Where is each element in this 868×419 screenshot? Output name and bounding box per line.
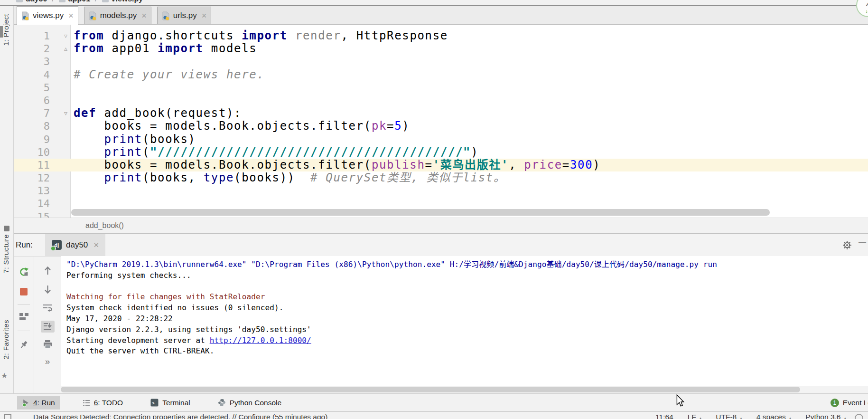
code-line: 7▿def add_book(request):	[14, 107, 868, 120]
code-editor[interactable]: 1▿from django.shortcuts import render, H…	[14, 25, 868, 218]
breadcrumb: day50/app01/views.py	[16, 0, 143, 5]
code-line: 8 books = models.Book.objects.filter(pk=…	[14, 120, 868, 133]
editor-horizontal-scrollbar[interactable]	[71, 209, 770, 216]
restore-layout-icon[interactable]	[19, 313, 28, 322]
console-line: May 17, 2020 - 22:28:22	[66, 314, 868, 324]
code-line: 9 print(books)	[14, 133, 868, 146]
console-line: Performing system checks...	[66, 270, 868, 281]
close-icon[interactable]: ×	[141, 11, 147, 20]
divider	[18, 304, 30, 305]
line-number: 5	[14, 81, 50, 94]
close-icon[interactable]: ×	[68, 11, 74, 20]
code-lines: 1▿from django.shortcuts import render, H…	[14, 25, 868, 218]
stop-icon[interactable]	[20, 288, 28, 295]
run-panel-header: Run: dj day50 × —	[14, 234, 868, 257]
toolwindow-button-todo[interactable]: 6: TODO	[78, 396, 128, 409]
python-file-icon	[21, 11, 29, 20]
console-line: "D:\PyCharm 2019.1.3\bin\runnerw64.exe" …	[66, 259, 868, 270]
code-line: 6	[14, 94, 868, 107]
line-number: 10	[14, 146, 50, 159]
line-number: 14	[14, 197, 50, 210]
status-11:64[interactable]: 11:64	[655, 413, 673, 419]
editor-tab-views-py[interactable]: views.py×	[17, 6, 78, 25]
breadcrumb-item-day50[interactable]: day50	[16, 0, 47, 3]
sidebar-item-structure[interactable]: 7: Structure	[2, 234, 10, 273]
status-widgets: 11:64LF▴UTF-8▴4 spaces▴Python 3.6▴	[655, 413, 846, 419]
fold-marker-icon[interactable]: ▿	[50, 29, 70, 42]
console-line: Watching for file changes with StatReloa…	[66, 292, 868, 303]
caret-icon: ▴	[844, 416, 846, 419]
code-line: 10 print("//////////////////////////////…	[14, 146, 868, 159]
code-line: 3	[14, 55, 868, 68]
breadcrumb-function[interactable]: add_book()	[85, 221, 124, 229]
line-number: 4	[14, 68, 50, 81]
run-tool-window: Run: dj day50 × —	[14, 234, 868, 393]
soft-wrap-icon[interactable]	[43, 304, 53, 314]
event-log-widget[interactable]: 1 Event Lo	[831, 394, 868, 411]
code-line: 12 print(books, type(books)) # QuerySet类…	[14, 171, 868, 184]
scroll-to-end-icon[interactable]	[41, 321, 55, 333]
console-line: Django version 2.2.3, using settings 'da…	[66, 324, 868, 335]
divider	[18, 331, 30, 331]
settings-gear-icon[interactable]	[842, 240, 852, 252]
line-number: 3	[14, 55, 50, 68]
editor-tab-urls-py[interactable]: urls.py×	[157, 7, 212, 24]
editor-tab-models-py[interactable]: models.py×	[84, 7, 151, 24]
status-notification[interactable]: Data Sources Detected: Connection proper…	[4, 413, 327, 419]
terminal-icon: >_	[150, 399, 159, 407]
status-python-3.6[interactable]: Python 3.6▴	[805, 413, 846, 419]
run-tab-day50[interactable]: dj day50 ×	[45, 234, 105, 256]
close-icon[interactable]: ×	[202, 11, 207, 20]
database-icon	[4, 414, 11, 419]
toolwindow-button-terminal[interactable]: >_Terminal	[146, 396, 195, 409]
editor-tab-bar: views.py×models.py×urls.py×	[14, 6, 868, 25]
navigate-up-icon[interactable]	[43, 266, 52, 277]
toolwindow-button-python-console[interactable]: Python Console	[213, 396, 286, 409]
console-line: Starting development server at http://12…	[66, 335, 868, 346]
pycharm-window: day50/app01/views.py 4 ↓4 1: Project 7: …	[0, 0, 868, 419]
line-number: 8	[14, 120, 50, 133]
fold-marker-icon[interactable]: ▵	[50, 42, 70, 55]
console-line: Quit the server with CTRL-BREAK.	[66, 346, 868, 357]
console-horizontal-scrollbar[interactable]	[61, 387, 800, 392]
status-utf-8[interactable]: UTF-8▴	[716, 413, 742, 419]
structure-icon[interactable]	[4, 226, 9, 231]
status-lf[interactable]: LF▴	[688, 413, 702, 419]
more-options-icon[interactable]: »	[45, 358, 50, 365]
caret-icon: ▴	[789, 416, 792, 419]
breadcrumb-item-app01[interactable]: app01	[59, 0, 90, 3]
run-label: Run:	[16, 234, 33, 256]
line-number: 9	[14, 133, 50, 146]
hide-panel-icon[interactable]: —	[859, 238, 866, 247]
line-number: 7	[14, 107, 50, 120]
code-line: 14	[14, 197, 868, 210]
close-icon[interactable]: ×	[93, 241, 99, 249]
navigate-down-icon[interactable]	[43, 285, 52, 296]
line-number: 15	[14, 210, 50, 218]
favorites-star-icon: ★	[1, 371, 8, 380]
editor-breadcrumb-bar: add_book()	[14, 218, 868, 234]
status-notification-text: Data Sources Detected: Connection proper…	[33, 413, 327, 419]
python-file-icon	[89, 11, 97, 20]
fold-marker-icon[interactable]: ▿	[50, 107, 70, 120]
mouse-cursor	[676, 394, 685, 409]
sidebar-item-project[interactable]: 1: Project	[2, 14, 10, 46]
status-4-spaces[interactable]: 4 spaces▴	[756, 413, 792, 419]
sidebar-item-favorites[interactable]: 2: Favorites	[2, 320, 10, 359]
toolwindow-button-run[interactable]: 4: Run	[17, 396, 60, 409]
rerun-icon[interactable]	[19, 267, 29, 279]
folder-icon	[59, 0, 65, 2]
line-number: 11	[14, 159, 50, 171]
python-file-icon	[102, 0, 109, 2]
line-number: 6	[14, 94, 50, 107]
pin-icon[interactable]	[19, 340, 29, 352]
console-link[interactable]: http://127.0.0.1:8000/	[210, 336, 311, 345]
line-number: 13	[14, 184, 50, 197]
breadcrumb-item-views.py[interactable]: views.py	[102, 0, 143, 3]
navigation-bar: day50/app01/views.py	[0, 0, 868, 6]
python-file-icon	[162, 11, 170, 20]
todo-list-icon	[83, 399, 90, 407]
tool-window-bar: 4: Run6: TODO>_TerminalPython Console 1 …	[0, 393, 868, 411]
status-circle-icon[interactable]	[855, 414, 863, 419]
print-icon[interactable]	[43, 340, 53, 351]
